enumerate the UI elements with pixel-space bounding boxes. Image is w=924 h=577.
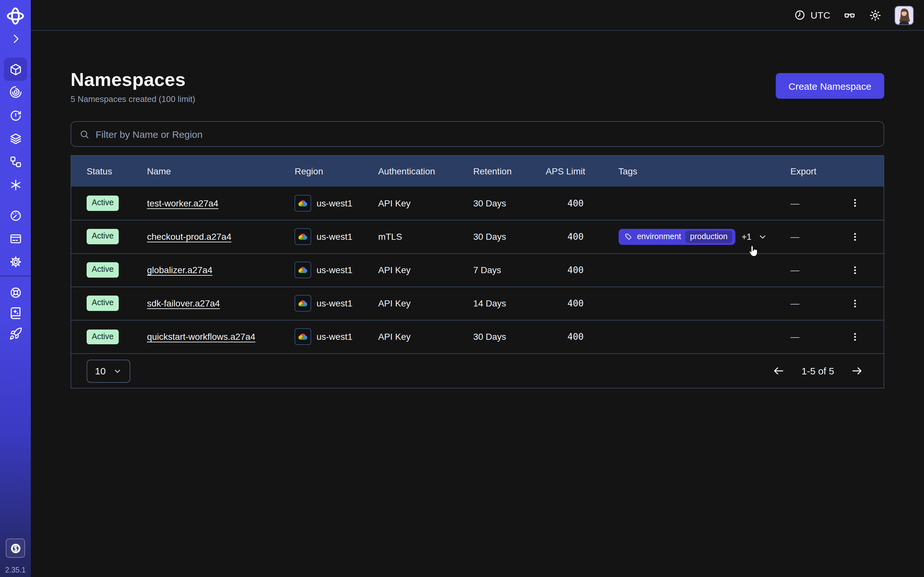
nexus-icon xyxy=(9,178,22,191)
chevron-down-icon xyxy=(113,366,121,376)
sidebar-item-usage[interactable] xyxy=(4,204,27,227)
kebab-icon xyxy=(849,198,860,209)
row-menu-button[interactable] xyxy=(848,329,862,345)
support-icon xyxy=(9,285,22,299)
auth-label: API Key xyxy=(363,287,458,320)
sidebar-divider xyxy=(0,276,31,276)
retention-label: 7 Days xyxy=(458,253,530,287)
column-header-region: Region xyxy=(279,156,363,187)
namespace-link[interactable]: quickstart-workflows.a27a4 xyxy=(147,332,255,342)
aps-limit-value: 400 xyxy=(530,320,603,353)
retention-label: 30 Days xyxy=(458,220,530,253)
status-badge: Active xyxy=(87,263,119,277)
sidebar-item-batch-operations[interactable] xyxy=(4,150,27,173)
sidebar-item-namespaces[interactable] xyxy=(4,58,27,81)
row-menu-button[interactable] xyxy=(848,261,862,278)
tag-icon xyxy=(624,232,632,241)
next-page-button[interactable] xyxy=(851,365,863,377)
settings-icon xyxy=(9,255,22,268)
sidebar: 2.35.1 xyxy=(0,0,31,577)
page-size-value: 10 xyxy=(95,366,105,376)
filter-input[interactable] xyxy=(95,129,876,139)
namespace-link[interactable]: test-worker.a27a4 xyxy=(147,198,218,208)
page-subtitle: 5 Namespaces created (100 limit) xyxy=(71,94,195,104)
tags-expand-button[interactable] xyxy=(758,232,767,242)
tag-key: environment xyxy=(637,232,681,241)
column-header-authentication: Authentication xyxy=(363,156,458,187)
avatar[interactable] xyxy=(895,5,914,25)
sidebar-item-nexus[interactable] xyxy=(4,173,27,196)
tag-more-count: +1 xyxy=(742,232,752,242)
export-value: — xyxy=(790,298,800,308)
row-menu-button[interactable] xyxy=(848,195,862,211)
column-header-retention: Retention xyxy=(458,156,530,187)
namespace-link[interactable]: checkout-prod.a27a4 xyxy=(147,231,231,242)
pagination-range: 1-5 of 5 xyxy=(801,366,834,376)
app-root: 2.35.1 UTC xyxy=(0,0,924,577)
page-title: Namespaces xyxy=(71,68,195,91)
page-size-select[interactable]: 10 xyxy=(87,359,130,382)
tag-pill[interactable]: environment production xyxy=(618,229,735,245)
getting-started-icon xyxy=(9,327,22,340)
sidebar-item-workflows[interactable] xyxy=(4,80,27,103)
auth-label: mTLS xyxy=(363,220,458,253)
region-label: us-west1 xyxy=(317,332,352,342)
status-badge: Active xyxy=(87,229,119,244)
theme-toggle-button[interactable] xyxy=(869,9,882,21)
aps-limit-value: 400 xyxy=(530,287,603,320)
prev-page-button[interactable] xyxy=(772,365,785,377)
topbar: UTC xyxy=(31,0,924,31)
column-header-tags: Tags xyxy=(603,156,775,187)
status-badge: Active xyxy=(87,195,119,211)
batch-operations-icon xyxy=(9,155,22,168)
column-header-aps-limit: APS Limit xyxy=(530,156,603,187)
row-menu-button[interactable] xyxy=(848,295,862,311)
clock-icon xyxy=(794,9,806,21)
sidebar-item-deployments[interactable] xyxy=(4,127,27,150)
namespace-link[interactable]: sdk-failover.a27a4 xyxy=(147,298,220,308)
retention-label: 30 Days xyxy=(458,320,530,353)
table-footer: 10 1-5 of 5 xyxy=(71,353,884,388)
glasses-icon xyxy=(843,9,856,21)
column-header-status: Status xyxy=(71,156,132,187)
aps-limit-value: 400 xyxy=(530,253,603,287)
billing-icon xyxy=(9,232,22,245)
aps-limit-value: 400 xyxy=(530,220,603,253)
kebab-icon xyxy=(849,264,860,276)
sidebar-item-support[interactable] xyxy=(4,281,27,304)
timezone-button[interactable]: UTC xyxy=(794,9,830,21)
namespaces-icon xyxy=(9,63,22,76)
gcp-icon xyxy=(294,195,311,211)
region-label: us-west1 xyxy=(317,265,352,275)
auth-label: API Key xyxy=(363,320,458,353)
export-value: — xyxy=(790,265,800,275)
auth-label: API Key xyxy=(363,253,458,287)
aps-limit-value: 400 xyxy=(530,187,603,220)
tag-value: production xyxy=(686,230,732,243)
sidebar-item-schedules[interactable] xyxy=(4,104,27,127)
avatar-image xyxy=(895,6,913,24)
sidebar-item-settings[interactable] xyxy=(4,250,27,273)
export-value: — xyxy=(790,231,800,242)
sidebar-item-getting-started[interactable] xyxy=(4,322,27,345)
sidebar-item-docs[interactable] xyxy=(4,301,27,324)
workflows-icon xyxy=(9,85,22,98)
sidebar-collapse-button[interactable] xyxy=(4,27,27,50)
main-content: Namespaces 5 Namespaces created (100 lim… xyxy=(31,31,924,577)
pricing-button[interactable] xyxy=(6,538,25,558)
sidebar-item-billing[interactable] xyxy=(4,227,27,250)
create-namespace-button[interactable]: Create Namespace xyxy=(776,73,884,99)
namespace-link[interactable]: globalizer.a27a4 xyxy=(147,265,212,275)
docs-icon xyxy=(9,306,22,319)
collapse-chevron-icon xyxy=(9,32,22,45)
table-row: Active globalizer.a27a4 us-west1 xyxy=(71,253,884,287)
region-label: us-west1 xyxy=(317,198,352,208)
table-row: Active quickstart-workflows.a27a4 us- xyxy=(71,320,884,353)
filter-bar xyxy=(71,121,884,147)
retention-label: 30 Days xyxy=(458,187,530,220)
gcp-icon xyxy=(294,228,311,245)
search-icon xyxy=(79,129,90,139)
region-label: us-west1 xyxy=(317,231,352,242)
row-menu-button[interactable] xyxy=(848,228,862,245)
labs-button[interactable] xyxy=(843,9,856,21)
